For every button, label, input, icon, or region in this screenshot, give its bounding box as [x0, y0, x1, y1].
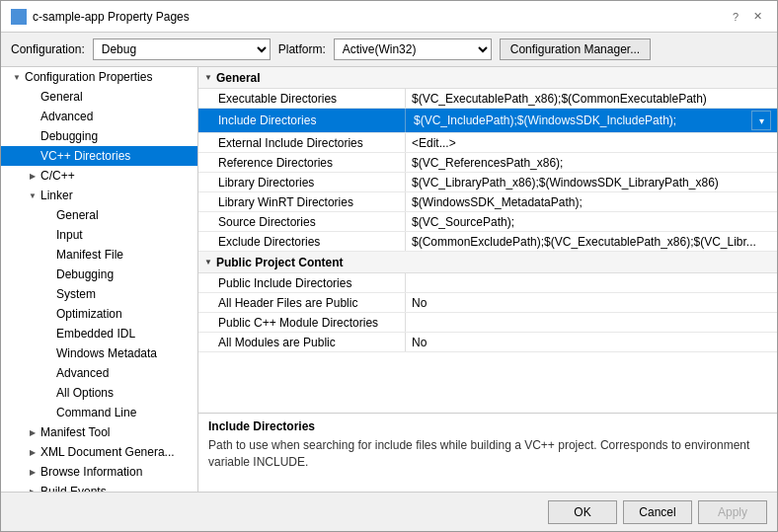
prop-name-exclude-dirs: Exclude Directories	[198, 232, 406, 251]
prop-name-public-cpp-module-dirs: Public C++ Module Directories	[198, 313, 406, 332]
platform-label: Platform:	[278, 42, 326, 56]
prop-name-reference-dirs: Reference Directories	[198, 153, 406, 172]
prop-name-source-dirs: Source Directories	[198, 212, 406, 231]
prop-row-public-cpp-module-dirs[interactable]: Public C++ Module Directories	[198, 313, 777, 333]
configuration-select[interactable]: Debug	[93, 38, 271, 60]
prop-value-all-modules-public: No	[406, 333, 777, 351]
apply-button[interactable]: Apply	[698, 500, 767, 524]
tree-item-advanced[interactable]: Advanced	[1, 107, 197, 126]
tree-item-build-events[interactable]: ▶Build Events	[1, 482, 197, 492]
tree-label-manifest-tool: Manifest Tool	[40, 425, 110, 439]
tree-item-browse-info[interactable]: ▶Browse Information	[1, 462, 197, 482]
prop-name-library-winrt-dirs: Library WinRT Directories	[198, 192, 406, 211]
tree-toggle-general	[25, 89, 40, 105]
prop-name-executable-dirs: Executable Directories	[198, 89, 406, 108]
prop-value-include-dirs[interactable]: ▾	[406, 109, 777, 132]
section-toggle-general[interactable]: ▼	[204, 73, 212, 82]
tree-item-vc-directories[interactable]: VC++ Directories	[1, 146, 197, 166]
prop-name-public-include-dirs: Public Include Directories	[198, 273, 406, 292]
prop-row-public-include-dirs[interactable]: Public Include Directories	[198, 273, 777, 293]
prop-row-exclude-dirs[interactable]: Exclude Directories$(CommonExcludePath);…	[198, 232, 777, 252]
tree-item-linker-embedded-idl[interactable]: Embedded IDL	[1, 324, 197, 343]
prop-row-library-dirs[interactable]: Library Directories$(VC_LibraryPath_x86)…	[198, 173, 777, 192]
prop-row-all-modules-public[interactable]: All Modules are PublicNo	[198, 333, 777, 352]
prop-dropdown-btn-include-dirs[interactable]: ▾	[751, 111, 771, 130]
tree-item-linker-input[interactable]: Input	[1, 225, 197, 245]
tree-label-linker: Linker	[40, 189, 73, 202]
tree-toggle-linker-optimization	[40, 306, 56, 322]
prop-row-include-dirs[interactable]: Include Directories▾	[198, 109, 777, 133]
tree-item-linker-general[interactable]: General	[1, 205, 197, 225]
tree-item-linker-system[interactable]: System	[1, 284, 197, 304]
prop-input-include-dirs[interactable]	[412, 112, 751, 129]
tree-toggle-linker-debugging	[40, 266, 56, 282]
bottom-bar: OK Cancel Apply	[1, 492, 777, 531]
help-button[interactable]: ?	[726, 7, 745, 27]
tree-item-general[interactable]: General	[1, 87, 197, 107]
prop-value-external-include-dirs: <Edit...>	[406, 133, 777, 152]
prop-value-reference-dirs: $(VC_ReferencesPath_x86);	[406, 153, 777, 172]
tree-item-debugging[interactable]: Debugging	[1, 126, 197, 146]
tree-item-manifest-tool[interactable]: ▶Manifest Tool	[1, 422, 197, 442]
cancel-button[interactable]: Cancel	[623, 500, 692, 524]
prop-row-executable-dirs[interactable]: Executable Directories$(VC_ExecutablePat…	[198, 89, 777, 109]
right-panel: ▼GeneralExecutable Directories$(VC_Execu…	[198, 67, 777, 492]
tree-item-linker[interactable]: ▼Linker	[1, 186, 197, 205]
tree-toggle-build-events[interactable]: ▶	[25, 484, 40, 492]
prop-value-edit-include-dirs[interactable]: ▾	[412, 111, 771, 130]
section-header-public-project[interactable]: ▼Public Project Content	[198, 252, 777, 273]
prop-row-all-header-public[interactable]: All Header Files are PublicNo	[198, 293, 777, 313]
section-label-public-project: Public Project Content	[216, 256, 344, 269]
prop-name-all-header-public: All Header Files are Public	[198, 293, 406, 312]
tree-item-linker-optimization[interactable]: Optimization	[1, 304, 197, 324]
tree-item-linker-all-options[interactable]: All Options	[1, 383, 197, 403]
tree-item-xml-document[interactable]: ▶XML Document Genera...	[1, 442, 197, 462]
tree-label-linker-input: Input	[56, 228, 83, 242]
tree-item-linker-windows-metadata[interactable]: Windows Metadata	[1, 343, 197, 363]
tree-item-linker-debugging[interactable]: Debugging	[1, 265, 197, 284]
tree-label-general: General	[40, 90, 83, 104]
tree-label-linker-general: General	[56, 208, 99, 222]
prop-value-library-winrt-dirs: $(WindowsSDK_MetadataPath);	[406, 192, 777, 211]
tree-container: ▼Configuration PropertiesGeneralAdvanced…	[1, 67, 197, 492]
prop-row-library-winrt-dirs[interactable]: Library WinRT Directories$(WindowsSDK_Me…	[198, 192, 777, 212]
tree-toggle-advanced	[25, 109, 40, 124]
title-bar-left: c-sample-app Property Pages	[11, 9, 190, 25]
tree-label-debugging: Debugging	[40, 129, 98, 143]
tree-toggle-linker-all-options	[40, 385, 56, 401]
tree-toggle-linker-general	[40, 207, 56, 223]
tree-toggle-config-props[interactable]: ▼	[9, 69, 25, 85]
tree-label-build-events: Build Events	[40, 485, 107, 492]
tree-toggle-browse-info[interactable]: ▶	[25, 464, 40, 480]
section-label-general: General	[216, 71, 261, 85]
platform-select[interactable]: Active(Win32)	[334, 38, 492, 60]
tree-item-linker-advanced[interactable]: Advanced	[1, 363, 197, 383]
tree-label-vc-directories: VC++ Directories	[40, 149, 130, 163]
tree-toggle-linker-advanced	[40, 365, 56, 381]
config-bar: Configuration: Debug Platform: Active(Wi…	[1, 33, 777, 66]
tree-label-linker-all-options: All Options	[56, 386, 114, 400]
prop-value-executable-dirs: $(VC_ExecutablePath_x86);$(CommonExecuta…	[406, 89, 777, 108]
tree-item-linker-manifest[interactable]: Manifest File	[1, 245, 197, 265]
prop-row-external-include-dirs[interactable]: External Include Directories<Edit...>	[198, 133, 777, 153]
prop-name-external-include-dirs: External Include Directories	[198, 133, 406, 152]
tree-item-config-props[interactable]: ▼Configuration Properties	[1, 67, 197, 87]
tree-toggle-cpp[interactable]: ▶	[25, 168, 40, 184]
ok-button[interactable]: OK	[548, 500, 617, 524]
close-button[interactable]: ✕	[747, 7, 767, 27]
tree-toggle-linker[interactable]: ▼	[25, 188, 40, 203]
left-panel: ▼Configuration PropertiesGeneralAdvanced…	[1, 67, 198, 492]
config-label: Configuration:	[11, 42, 85, 56]
config-manager-button[interactable]: Configuration Manager...	[500, 38, 651, 60]
tree-toggle-xml-document[interactable]: ▶	[25, 444, 40, 460]
section-toggle-public-project[interactable]: ▼	[204, 258, 212, 266]
tree-label-browse-info: Browse Information	[40, 465, 142, 479]
description-panel: Include Directories Path to use when sea…	[198, 413, 777, 492]
tree-item-linker-command-line[interactable]: Command Line	[1, 403, 197, 422]
tree-label-advanced: Advanced	[40, 110, 93, 123]
section-header-general[interactable]: ▼General	[198, 67, 777, 89]
tree-toggle-manifest-tool[interactable]: ▶	[25, 424, 40, 440]
prop-row-reference-dirs[interactable]: Reference Directories$(VC_ReferencesPath…	[198, 153, 777, 173]
prop-row-source-dirs[interactable]: Source Directories$(VC_SourcePath);	[198, 212, 777, 232]
tree-item-cpp[interactable]: ▶C/C++	[1, 166, 197, 186]
